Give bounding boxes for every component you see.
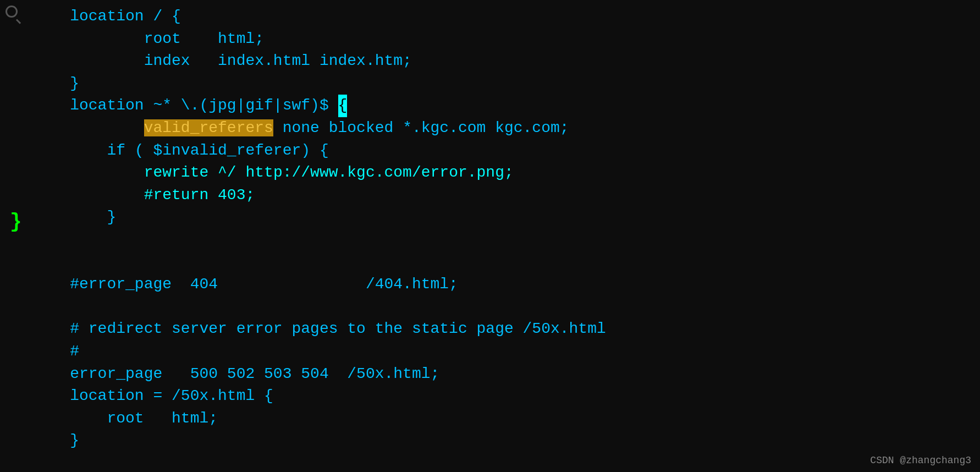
code-line: root html; <box>33 28 980 51</box>
code-line: error_page 500 502 503 504 /50x.html; <box>33 363 980 386</box>
code-line: location / { <box>33 6 980 28</box>
code-line: if ( $invalid_referer) { <box>33 140 980 162</box>
code-line <box>33 251 980 274</box>
code-line: location = /50x.html { <box>33 385 980 408</box>
code-line: root html; <box>33 408 980 430</box>
code-line: #error_page 404 /404.html; <box>33 273 980 296</box>
search-icon[interactable] <box>4 4 22 22</box>
code-block: location / { root html; index index.html… <box>33 6 980 452</box>
rewrite-keyword: rewrite ^/ http://www.kgc.com/error.png; <box>144 164 514 181</box>
code-line: valid_referers none blocked *.kgc.com kg… <box>33 117 980 140</box>
highlighted-word: valid_referers <box>144 119 273 136</box>
code-line: } <box>33 73 980 95</box>
return-comment: #return 403; <box>144 186 255 204</box>
code-line: location ~* \.(jpg|gif|swf)$ { <box>33 95 980 117</box>
cursor: { <box>338 95 348 117</box>
green-bracket: } <box>10 208 22 237</box>
code-line: } <box>33 206 980 229</box>
code-line: # redirect server error pages to the sta… <box>33 318 980 341</box>
code-line: } <box>33 430 980 452</box>
watermark: CSDN @zhangchang3 <box>870 453 971 468</box>
code-line: index index.html index.htm; <box>33 50 980 73</box>
code-line: rewrite ^/ http://www.kgc.com/error.png; <box>33 162 980 184</box>
editor-container: } location / { root html; index index.ht… <box>0 0 980 472</box>
code-line <box>33 296 980 319</box>
code-line: # <box>33 341 980 363</box>
code-line <box>33 229 980 251</box>
code-line: #return 403; <box>33 184 980 207</box>
